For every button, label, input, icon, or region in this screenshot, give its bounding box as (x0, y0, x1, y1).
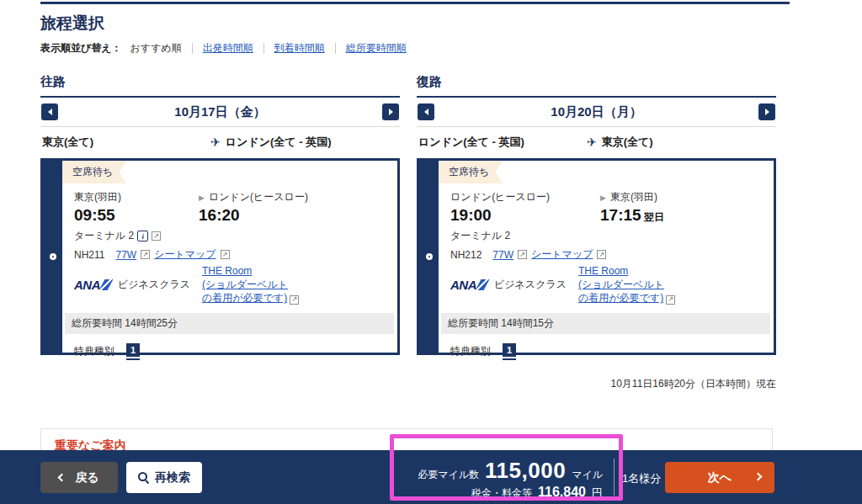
outbound-section: 往路 10月17日（金） 東京(全て) ✈ ロンドン(全て - 英国) 空席待ち (40, 74, 400, 355)
outbound-date-nav: 10月17日（金） (40, 98, 400, 127)
return-card-body: 空席待ち ロンドン(ヒースロー) ▶東京(羽田) 19:00 17:15 翌日 (439, 161, 774, 353)
cabin-link-line[interactable]: (ショルダーベルト (578, 279, 664, 290)
terminal-info-icon[interactable]: i (137, 231, 148, 241)
footer-divider (614, 459, 615, 496)
return-date: 10月20日（月） (434, 104, 758, 120)
outbound-cabin-detail-link[interactable]: THE Room (ショルダーベルト の着用が必要です) ↗ (202, 264, 391, 305)
sort-option-recommended: おすすめ順 (130, 41, 182, 56)
return-cabin-class: ビジネスクラス (494, 278, 567, 292)
next-button-label: 次へ (708, 470, 732, 484)
yen-unit-label: 円 (592, 485, 603, 501)
tax-fees-value: 116,840 (538, 485, 586, 500)
outbound-prev-day-button[interactable] (41, 103, 58, 120)
return-date-nav: 10月20日（月） (417, 98, 776, 127)
outbound-departure-time: 09:55 (74, 206, 199, 225)
divider (192, 43, 193, 54)
outbound-award-type-badge[interactable]: 1 (126, 343, 140, 360)
external-link-icon[interactable]: ↗ (152, 231, 161, 241)
plane-icon: ✈ (210, 135, 221, 149)
return-flight-radio[interactable] (426, 253, 433, 260)
return-destination-label: 東京(全て) (602, 135, 653, 150)
cabin-link-line[interactable]: の着用が必要です) (578, 292, 663, 304)
caret-icon: ▶ (600, 194, 606, 202)
sort-option-arrival-time[interactable]: 到着時間順 (274, 41, 325, 56)
right-arrow-icon (389, 109, 396, 115)
chevron-right-icon (754, 473, 763, 481)
return-origin-label: ロンドン(全て - 英国) (418, 135, 587, 150)
outbound-cabin-class: ビジネスクラス (118, 278, 190, 292)
award-type-number: 1 (503, 343, 516, 357)
award-type-number: 1 (126, 343, 140, 357)
passenger-count-label: 1名様分 (622, 471, 661, 486)
outbound-date: 10月17日（金） (58, 104, 382, 120)
search-again-label: 再検索 (155, 470, 190, 485)
search-again-button[interactable]: 再検索 (126, 462, 202, 493)
outbound-route: 東京(全て) ✈ ロンドン(全て - 英国) (40, 127, 400, 158)
sort-row: 表示順並び替え： おすすめ順 出発時間順 到着時間順 総所要時間順 (40, 41, 407, 56)
outbound-award-row: 特典種別 1 (62, 343, 397, 360)
return-terminal-label: ターミナル 2 (450, 229, 510, 243)
waitlist-badge: 空席待ち (62, 161, 126, 183)
outbound-class-row: ANA ビジネスクラス THE Room (ショルダーベルト の着用が必要です)… (74, 264, 391, 305)
external-link-icon[interactable]: ↗ (597, 250, 606, 259)
outbound-seatmap-link[interactable]: シートマップ (154, 247, 216, 262)
external-link-icon[interactable]: ↗ (518, 250, 527, 259)
back-button[interactable]: 戻る (40, 462, 118, 493)
data-timestamp: 10月11日16時20分（日本時間）現在 (611, 377, 777, 391)
itinerary-columns: 往路 10月17日（金） 東京(全て) ✈ ロンドン(全て - 英国) 空席待ち (40, 74, 776, 355)
ana-logo-slash-icon (476, 279, 490, 290)
return-radio-strip (419, 161, 439, 353)
return-award-row: 特典種別 1 (439, 343, 774, 360)
outbound-next-day-button[interactable] (382, 103, 399, 120)
outbound-flight-radio[interactable] (50, 253, 56, 260)
divider (263, 43, 264, 54)
outbound-terminal-label: ターミナル 2 (74, 229, 134, 243)
outbound-flight-row: NH211 77W ↗ シートマップ ↗ (74, 247, 391, 262)
return-arrival-cell: ▶東京(羽田) (600, 190, 767, 204)
return-seatmap-link[interactable]: シートマップ (531, 247, 593, 262)
outbound-arrival-airport: ロンドン(ヒースロー) (209, 191, 308, 203)
external-link-icon[interactable]: ↗ (666, 295, 675, 305)
right-arrow-icon (765, 109, 773, 115)
return-prev-day-button[interactable] (418, 103, 434, 120)
miles-unit-label: マイル (572, 468, 603, 482)
return-class-row: ANA ビジネスクラス THE Room (ショルダーベルト の着用が必要です)… (450, 264, 767, 305)
outbound-heading: 往路 (40, 74, 400, 98)
ana-logo-slash-icon (99, 279, 114, 290)
return-arrival-time: 17:15 (600, 206, 641, 225)
required-miles-value: 115,000 (485, 458, 566, 484)
return-award-type-badge[interactable]: 1 (503, 343, 516, 360)
back-button-label: 戻る (75, 470, 98, 485)
next-button[interactable]: 次へ (665, 462, 774, 493)
left-arrow-icon (421, 109, 428, 115)
outbound-origin-label: 東京(全て) (42, 135, 210, 150)
external-link-icon[interactable]: ↗ (141, 250, 150, 259)
return-aircraft-link[interactable]: 77W (492, 249, 513, 261)
cabin-link-line[interactable]: THE Room (202, 265, 252, 277)
ana-logo: ANA (450, 278, 487, 292)
outbound-departure-airport: 東京(羽田) (74, 190, 199, 204)
return-flight-number: NH212 (450, 249, 482, 261)
divider (335, 43, 336, 54)
ana-logo: ANA (74, 278, 110, 292)
return-cabin-detail-link[interactable]: THE Room (ショルダーベルト の着用が必要です) ↗ (578, 264, 767, 305)
sort-option-total-duration[interactable]: 総所要時間順 (346, 41, 407, 56)
external-link-icon[interactable]: ↗ (221, 250, 230, 259)
outbound-arrival-cell: ▶ロンドン(ヒースロー) (199, 190, 391, 204)
return-arrival-day-note: 翌日 (644, 211, 664, 223)
sort-option-departure-time[interactable]: 出発時間順 (203, 41, 253, 56)
return-arrival-airport: 東京(羽田) (610, 191, 657, 203)
footer-bar: 戻る 再検索 必要マイル数 115,000 マイル 税金・料金等 116,840… (0, 450, 862, 504)
return-route: ロンドン(全て - 英国) ✈ 東京(全て) (417, 127, 776, 158)
cabin-link-line[interactable]: の着用が必要です) (202, 292, 287, 304)
return-next-day-button[interactable] (758, 103, 775, 120)
cabin-link-line[interactable]: (ショルダーベルト (202, 279, 288, 290)
ana-logo-text: ANA (450, 278, 476, 292)
outbound-flight-card: 空席待ち 東京(羽田) ▶ロンドン(ヒースロー) 09:55 16:20 (40, 158, 400, 355)
outbound-total-duration: 総所要時間 14時間25分 (65, 313, 394, 334)
external-link-icon[interactable]: ↗ (290, 295, 299, 305)
outbound-aircraft-link[interactable]: 77W (115, 249, 136, 261)
return-departure-airport: ロンドン(ヒースロー) (450, 190, 600, 204)
search-icon (138, 472, 149, 483)
cabin-link-line[interactable]: THE Room (578, 265, 628, 277)
